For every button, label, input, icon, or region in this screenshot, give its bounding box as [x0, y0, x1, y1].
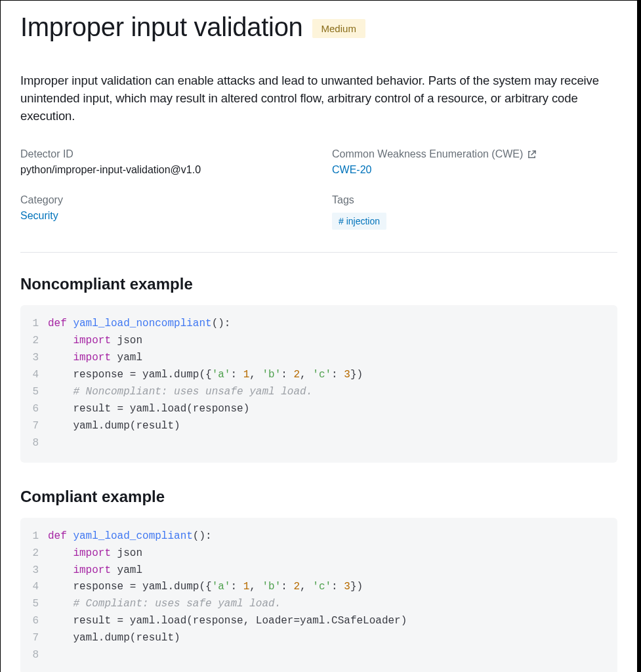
code-content: import json — [48, 545, 142, 562]
noncompliant-title: Noncompliant example — [20, 275, 617, 293]
code-content: import yaml — [48, 350, 142, 367]
code-line: 6 result = yaml.load(response) — [27, 401, 606, 418]
code-line: 2 import json — [27, 545, 606, 562]
cwe-block: Common Weakness Enumeration (CWE) CWE-20 — [332, 148, 617, 176]
page-title: Improper input validation — [20, 12, 303, 42]
line-number: 5 — [27, 596, 48, 613]
code-content: result = yaml.load(response) — [48, 401, 249, 418]
code-content: yaml.dump(result) — [48, 630, 180, 647]
code-line: 8 — [27, 435, 606, 452]
category-label: Category — [20, 194, 306, 206]
code-content: yaml.dump(result) — [48, 418, 180, 435]
code-content: # Compliant: uses safe yaml load. — [48, 596, 281, 613]
code-line: 3 import yaml — [27, 562, 606, 579]
line-number: 4 — [27, 367, 48, 384]
line-number: 5 — [27, 384, 48, 401]
noncompliant-code-block: 1def yaml_load_noncompliant():2 import j… — [20, 305, 617, 462]
external-link-icon — [527, 150, 537, 159]
section-divider — [20, 252, 617, 253]
tag-injection[interactable]: # injection — [332, 213, 386, 230]
tags-label: Tags — [332, 194, 617, 206]
code-line: 1def yaml_load_compliant(): — [27, 528, 606, 545]
line-number: 4 — [27, 579, 48, 596]
line-number: 8 — [27, 647, 48, 664]
title-row: Improper input validation Medium — [20, 12, 617, 42]
line-number: 1 — [27, 528, 48, 545]
cwe-label: Common Weakness Enumeration (CWE) — [332, 148, 617, 160]
code-content: import json — [48, 333, 142, 350]
line-number: 2 — [27, 545, 48, 562]
code-line: 5 # Compliant: uses safe yaml load. — [27, 596, 606, 613]
line-number: 8 — [27, 435, 48, 452]
meta-grid: Detector ID python/improper-input-valida… — [20, 148, 617, 230]
line-number: 6 — [27, 613, 48, 630]
cwe-label-text: Common Weakness Enumeration (CWE) — [332, 148, 523, 160]
code-content: import yaml — [48, 562, 142, 579]
detector-id-block: Detector ID python/improper-input-valida… — [20, 148, 306, 176]
line-number: 2 — [27, 333, 48, 350]
severity-badge: Medium — [312, 19, 365, 38]
line-number: 1 — [27, 316, 48, 333]
line-number: 6 — [27, 401, 48, 418]
line-number: 7 — [27, 630, 48, 647]
line-number: 3 — [27, 562, 48, 579]
tags-block: Tags # injection — [332, 194, 617, 230]
line-number: 3 — [27, 350, 48, 367]
code-line: 6 result = yaml.load(response, Loader=ya… — [27, 613, 606, 630]
code-line: 8 — [27, 647, 606, 664]
compliant-title: Compliant example — [20, 488, 617, 506]
category-block: Category Security — [20, 194, 306, 230]
code-line: 7 yaml.dump(result) — [27, 630, 606, 647]
code-content: result = yaml.load(response, Loader=yaml… — [48, 613, 407, 630]
code-content: def yaml_load_compliant(): — [48, 528, 212, 545]
code-content: # Noncompliant: uses unsafe yaml load. — [48, 384, 312, 401]
code-line: 4 response = yaml.dump({'a': 1, 'b': 2, … — [27, 579, 606, 596]
code-content: def yaml_load_noncompliant(): — [48, 316, 230, 333]
code-content: response = yaml.dump({'a': 1, 'b': 2, 'c… — [48, 579, 363, 596]
detector-id-label: Detector ID — [20, 148, 306, 160]
category-link[interactable]: Security — [20, 210, 58, 222]
code-content: response = yaml.dump({'a': 1, 'b': 2, 'c… — [48, 367, 363, 384]
code-line: 1def yaml_load_noncompliant(): — [27, 316, 606, 333]
compliant-code-block: 1def yaml_load_compliant():2 import json… — [20, 518, 617, 672]
detector-id-value: python/improper-input-validation@v1.0 — [20, 164, 306, 176]
description-text: Improper input validation can enable att… — [20, 72, 617, 125]
cwe-link[interactable]: CWE-20 — [332, 164, 371, 176]
code-line: 7 yaml.dump(result) — [27, 418, 606, 435]
code-line: 3 import yaml — [27, 350, 606, 367]
line-number: 7 — [27, 418, 48, 435]
code-line: 2 import json — [27, 333, 606, 350]
page-container: Improper input validation Medium Imprope… — [0, 0, 641, 672]
code-line: 5 # Noncompliant: uses unsafe yaml load. — [27, 384, 606, 401]
code-line: 4 response = yaml.dump({'a': 1, 'b': 2, … — [27, 367, 606, 384]
